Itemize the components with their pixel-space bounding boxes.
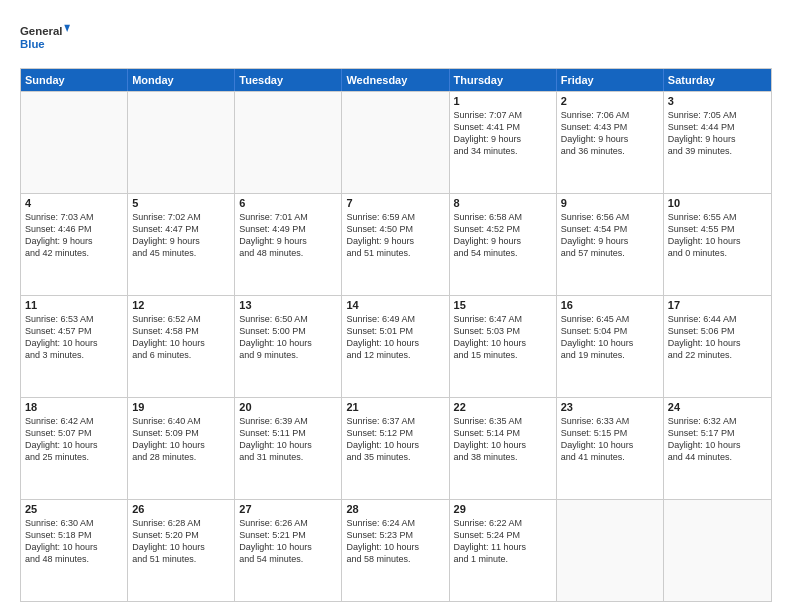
logo: General Blue: [20, 16, 70, 58]
calendar: SundayMondayTuesdayWednesdayThursdayFrid…: [20, 68, 772, 602]
day-cell-22: 22Sunrise: 6:35 AM Sunset: 5:14 PM Dayli…: [450, 398, 557, 499]
day-number: 26: [132, 503, 230, 515]
day-number: 28: [346, 503, 444, 515]
day-info: Sunrise: 7:02 AM Sunset: 4:47 PM Dayligh…: [132, 211, 230, 260]
calendar-row-1: 1Sunrise: 7:07 AM Sunset: 4:41 PM Daylig…: [21, 91, 771, 193]
day-cell-29: 29Sunrise: 6:22 AM Sunset: 5:24 PM Dayli…: [450, 500, 557, 601]
day-number: 20: [239, 401, 337, 413]
day-number: 9: [561, 197, 659, 209]
day-info: Sunrise: 6:42 AM Sunset: 5:07 PM Dayligh…: [25, 415, 123, 464]
day-info: Sunrise: 6:53 AM Sunset: 4:57 PM Dayligh…: [25, 313, 123, 362]
day-number: 12: [132, 299, 230, 311]
day-info: Sunrise: 6:56 AM Sunset: 4:54 PM Dayligh…: [561, 211, 659, 260]
day-cell-21: 21Sunrise: 6:37 AM Sunset: 5:12 PM Dayli…: [342, 398, 449, 499]
empty-cell: [128, 92, 235, 193]
svg-marker-2: [64, 25, 70, 32]
day-cell-15: 15Sunrise: 6:47 AM Sunset: 5:03 PM Dayli…: [450, 296, 557, 397]
header-day-thursday: Thursday: [450, 69, 557, 91]
day-cell-28: 28Sunrise: 6:24 AM Sunset: 5:23 PM Dayli…: [342, 500, 449, 601]
calendar-header: SundayMondayTuesdayWednesdayThursdayFrid…: [21, 69, 771, 91]
day-cell-25: 25Sunrise: 6:30 AM Sunset: 5:18 PM Dayli…: [21, 500, 128, 601]
day-info: Sunrise: 6:33 AM Sunset: 5:15 PM Dayligh…: [561, 415, 659, 464]
empty-cell: [664, 500, 771, 601]
day-number: 27: [239, 503, 337, 515]
day-cell-5: 5Sunrise: 7:02 AM Sunset: 4:47 PM Daylig…: [128, 194, 235, 295]
day-info: Sunrise: 6:44 AM Sunset: 5:06 PM Dayligh…: [668, 313, 767, 362]
day-number: 14: [346, 299, 444, 311]
day-info: Sunrise: 6:37 AM Sunset: 5:12 PM Dayligh…: [346, 415, 444, 464]
day-cell-19: 19Sunrise: 6:40 AM Sunset: 5:09 PM Dayli…: [128, 398, 235, 499]
day-cell-12: 12Sunrise: 6:52 AM Sunset: 4:58 PM Dayli…: [128, 296, 235, 397]
day-number: 17: [668, 299, 767, 311]
day-info: Sunrise: 6:26 AM Sunset: 5:21 PM Dayligh…: [239, 517, 337, 566]
day-number: 21: [346, 401, 444, 413]
header-day-friday: Friday: [557, 69, 664, 91]
day-info: Sunrise: 6:39 AM Sunset: 5:11 PM Dayligh…: [239, 415, 337, 464]
day-info: Sunrise: 7:03 AM Sunset: 4:46 PM Dayligh…: [25, 211, 123, 260]
day-info: Sunrise: 6:24 AM Sunset: 5:23 PM Dayligh…: [346, 517, 444, 566]
day-cell-11: 11Sunrise: 6:53 AM Sunset: 4:57 PM Dayli…: [21, 296, 128, 397]
day-cell-13: 13Sunrise: 6:50 AM Sunset: 5:00 PM Dayli…: [235, 296, 342, 397]
calendar-row-5: 25Sunrise: 6:30 AM Sunset: 5:18 PM Dayli…: [21, 499, 771, 601]
svg-text:Blue: Blue: [20, 38, 45, 50]
empty-cell: [557, 500, 664, 601]
header-day-wednesday: Wednesday: [342, 69, 449, 91]
day-info: Sunrise: 6:28 AM Sunset: 5:20 PM Dayligh…: [132, 517, 230, 566]
day-cell-26: 26Sunrise: 6:28 AM Sunset: 5:20 PM Dayli…: [128, 500, 235, 601]
calendar-row-4: 18Sunrise: 6:42 AM Sunset: 5:07 PM Dayli…: [21, 397, 771, 499]
day-info: Sunrise: 6:59 AM Sunset: 4:50 PM Dayligh…: [346, 211, 444, 260]
day-cell-4: 4Sunrise: 7:03 AM Sunset: 4:46 PM Daylig…: [21, 194, 128, 295]
day-info: Sunrise: 6:50 AM Sunset: 5:00 PM Dayligh…: [239, 313, 337, 362]
day-info: Sunrise: 6:49 AM Sunset: 5:01 PM Dayligh…: [346, 313, 444, 362]
day-info: Sunrise: 6:35 AM Sunset: 5:14 PM Dayligh…: [454, 415, 552, 464]
day-number: 18: [25, 401, 123, 413]
day-cell-27: 27Sunrise: 6:26 AM Sunset: 5:21 PM Dayli…: [235, 500, 342, 601]
day-number: 10: [668, 197, 767, 209]
day-cell-24: 24Sunrise: 6:32 AM Sunset: 5:17 PM Dayli…: [664, 398, 771, 499]
day-cell-16: 16Sunrise: 6:45 AM Sunset: 5:04 PM Dayli…: [557, 296, 664, 397]
day-cell-2: 2Sunrise: 7:06 AM Sunset: 4:43 PM Daylig…: [557, 92, 664, 193]
empty-cell: [342, 92, 449, 193]
header-day-sunday: Sunday: [21, 69, 128, 91]
day-number: 2: [561, 95, 659, 107]
calendar-row-3: 11Sunrise: 6:53 AM Sunset: 4:57 PM Dayli…: [21, 295, 771, 397]
day-info: Sunrise: 6:45 AM Sunset: 5:04 PM Dayligh…: [561, 313, 659, 362]
day-cell-7: 7Sunrise: 6:59 AM Sunset: 4:50 PM Daylig…: [342, 194, 449, 295]
calendar-row-2: 4Sunrise: 7:03 AM Sunset: 4:46 PM Daylig…: [21, 193, 771, 295]
day-number: 16: [561, 299, 659, 311]
day-number: 29: [454, 503, 552, 515]
day-cell-9: 9Sunrise: 6:56 AM Sunset: 4:54 PM Daylig…: [557, 194, 664, 295]
day-info: Sunrise: 7:05 AM Sunset: 4:44 PM Dayligh…: [668, 109, 767, 158]
day-cell-1: 1Sunrise: 7:07 AM Sunset: 4:41 PM Daylig…: [450, 92, 557, 193]
empty-cell: [235, 92, 342, 193]
day-number: 6: [239, 197, 337, 209]
svg-text:General: General: [20, 25, 62, 37]
day-info: Sunrise: 6:58 AM Sunset: 4:52 PM Dayligh…: [454, 211, 552, 260]
header-day-tuesday: Tuesday: [235, 69, 342, 91]
day-number: 13: [239, 299, 337, 311]
header-day-saturday: Saturday: [664, 69, 771, 91]
day-number: 4: [25, 197, 123, 209]
day-number: 11: [25, 299, 123, 311]
day-cell-14: 14Sunrise: 6:49 AM Sunset: 5:01 PM Dayli…: [342, 296, 449, 397]
day-number: 25: [25, 503, 123, 515]
day-cell-6: 6Sunrise: 7:01 AM Sunset: 4:49 PM Daylig…: [235, 194, 342, 295]
day-number: 3: [668, 95, 767, 107]
day-info: Sunrise: 7:01 AM Sunset: 4:49 PM Dayligh…: [239, 211, 337, 260]
day-number: 19: [132, 401, 230, 413]
day-number: 8: [454, 197, 552, 209]
day-info: Sunrise: 6:52 AM Sunset: 4:58 PM Dayligh…: [132, 313, 230, 362]
day-number: 24: [668, 401, 767, 413]
empty-cell: [21, 92, 128, 193]
day-info: Sunrise: 6:40 AM Sunset: 5:09 PM Dayligh…: [132, 415, 230, 464]
day-cell-10: 10Sunrise: 6:55 AM Sunset: 4:55 PM Dayli…: [664, 194, 771, 295]
day-info: Sunrise: 6:47 AM Sunset: 5:03 PM Dayligh…: [454, 313, 552, 362]
day-number: 23: [561, 401, 659, 413]
day-info: Sunrise: 6:30 AM Sunset: 5:18 PM Dayligh…: [25, 517, 123, 566]
day-cell-20: 20Sunrise: 6:39 AM Sunset: 5:11 PM Dayli…: [235, 398, 342, 499]
day-cell-18: 18Sunrise: 6:42 AM Sunset: 5:07 PM Dayli…: [21, 398, 128, 499]
day-info: Sunrise: 6:55 AM Sunset: 4:55 PM Dayligh…: [668, 211, 767, 260]
day-info: Sunrise: 7:07 AM Sunset: 4:41 PM Dayligh…: [454, 109, 552, 158]
day-cell-8: 8Sunrise: 6:58 AM Sunset: 4:52 PM Daylig…: [450, 194, 557, 295]
day-info: Sunrise: 7:06 AM Sunset: 4:43 PM Dayligh…: [561, 109, 659, 158]
